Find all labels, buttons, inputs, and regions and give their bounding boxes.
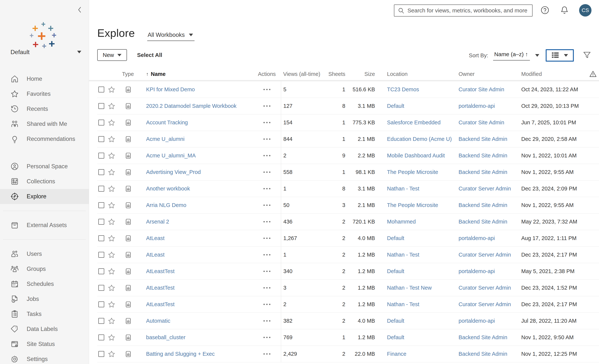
workbook-name-link[interactable]: Batting and Slugging + Exec (140, 351, 215, 357)
location-link[interactable]: Nathan - Test New (387, 285, 432, 291)
favorite-star-icon[interactable] (108, 263, 122, 279)
favorite-star-icon[interactable] (108, 230, 122, 246)
favorite-star-icon[interactable] (108, 164, 122, 180)
favorite-star-icon[interactable] (108, 197, 122, 213)
owner-link[interactable]: portaldemo-api (458, 318, 495, 324)
sidebar-item-groups[interactable]: Groups (0, 261, 89, 276)
owner-link[interactable]: Curator Server Admin (458, 252, 511, 258)
location-link[interactable]: Default (387, 268, 404, 275)
sidebar-item-tasks[interactable]: Tasks (0, 307, 89, 321)
row-checkbox[interactable] (98, 103, 104, 109)
sidebar-item-jobs[interactable]: Jobs (0, 292, 89, 307)
workbook-name-link[interactable]: Another workbook (140, 186, 190, 192)
sort-dropdown[interactable]: Name (a–z) ↑ (493, 50, 530, 61)
location-link[interactable]: Salesforce Embedded (387, 119, 440, 126)
view-mode-toggle[interactable] (546, 49, 574, 62)
owner-link[interactable]: Backend Site Admin (458, 152, 507, 159)
row-actions-menu[interactable] (253, 180, 281, 197)
row-checkbox[interactable] (98, 169, 104, 175)
owner-link[interactable]: Backend Site Admin (458, 136, 507, 142)
row-checkbox[interactable] (98, 252, 104, 258)
new-button[interactable]: New (97, 49, 127, 61)
owner-link[interactable]: portaldemo-api (458, 268, 495, 275)
location-link[interactable]: Default (387, 318, 404, 324)
owner-link[interactable]: Backend Site Admin (458, 169, 507, 175)
favorite-star-icon[interactable] (108, 180, 122, 197)
row-checkbox[interactable] (98, 120, 104, 125)
workbook-name-link[interactable]: Arria NLG Demo (140, 202, 186, 208)
sidebar-item-recommendations[interactable]: Recommendations (0, 132, 89, 147)
row-actions-menu[interactable] (253, 329, 281, 346)
owner-link[interactable]: Curator Site Admin (458, 119, 504, 126)
sidebar-item-data-labels[interactable]: Data Labels (0, 321, 89, 337)
row-checkbox[interactable] (98, 318, 104, 324)
location-link[interactable]: The People Microsite (387, 169, 438, 175)
favorite-star-icon[interactable] (108, 147, 122, 164)
column-header-owner[interactable]: Owner (458, 68, 521, 80)
select-all-button[interactable]: Select All (137, 52, 162, 58)
workbook-name-link[interactable]: AtLeastTest (140, 301, 175, 307)
owner-link[interactable]: Curator Site Admin (458, 86, 504, 93)
column-header-type[interactable]: Type (122, 68, 140, 80)
sidebar-item-schedules[interactable]: Schedules (0, 276, 89, 292)
owner-link[interactable]: portaldemo-api (458, 235, 495, 241)
site-selector[interactable]: Default (10, 47, 81, 57)
workbook-name-link[interactable]: AtLeast (140, 235, 165, 241)
sidebar-item-users[interactable]: Users (0, 246, 89, 261)
row-actions-menu[interactable] (253, 230, 281, 246)
favorite-star-icon[interactable] (108, 98, 122, 114)
owner-link[interactable]: Backend Site Admin (458, 351, 507, 357)
workbook-name-link[interactable]: Automatic (140, 318, 170, 324)
owner-link[interactable]: Backend Site Admin (458, 219, 507, 225)
row-checkbox[interactable] (98, 87, 104, 92)
location-link[interactable]: Mobile Dashboard Audit (387, 152, 445, 159)
favorite-star-icon[interactable] (108, 81, 122, 98)
workbook-name-link[interactable]: Advertising View_Prod (140, 169, 201, 175)
location-link[interactable]: TC23 Demos (387, 86, 419, 93)
favorite-star-icon[interactable] (108, 329, 122, 346)
row-actions-menu[interactable] (253, 296, 281, 312)
owner-link[interactable]: Curator Server Admin (458, 285, 511, 291)
content-scope-dropdown[interactable]: All Workbooks (147, 32, 194, 41)
favorite-star-icon[interactable] (108, 213, 122, 230)
row-checkbox[interactable] (98, 136, 104, 142)
row-actions-menu[interactable] (253, 313, 281, 329)
column-header-sheets[interactable]: Sheets (319, 68, 346, 80)
row-checkbox[interactable] (98, 153, 104, 159)
favorite-star-icon[interactable] (108, 280, 122, 296)
column-header-modified[interactable]: Modified (521, 68, 587, 80)
row-checkbox[interactable] (98, 335, 104, 340)
workbook-name-link[interactable]: Acme U_alumni (140, 136, 185, 142)
workbook-name-link[interactable]: baseball_cluster (140, 334, 185, 340)
favorite-star-icon[interactable] (108, 247, 122, 263)
column-header-location[interactable]: Location (377, 68, 458, 80)
favorite-star-icon[interactable] (108, 114, 122, 131)
data-quality-warning-icon[interactable] (587, 68, 599, 80)
favorite-star-icon[interactable] (108, 296, 122, 312)
location-link[interactable]: Default (387, 103, 404, 109)
location-link[interactable]: Education Demo (Acme U) (387, 136, 452, 142)
sidebar-item-recents[interactable]: Recents (0, 101, 89, 116)
workbook-name-link[interactable]: AtLeastTest (140, 268, 175, 275)
column-header-size[interactable]: Size (346, 68, 377, 80)
row-checkbox[interactable] (98, 202, 104, 208)
workbook-name-link[interactable]: AtLeastTest (140, 285, 175, 291)
row-actions-menu[interactable] (253, 263, 281, 279)
row-checkbox[interactable] (98, 219, 104, 225)
favorite-star-icon[interactable] (108, 131, 122, 147)
filter-icon[interactable] (582, 51, 591, 60)
location-link[interactable]: Finance (387, 351, 406, 357)
favorite-star-icon[interactable] (108, 346, 122, 362)
sidebar-item-settings[interactable]: Settings (0, 352, 89, 364)
sidebar-item-favorites[interactable]: Favorites (0, 86, 89, 101)
workbook-name-link[interactable]: AtLeast (140, 252, 165, 258)
row-checkbox[interactable] (98, 186, 104, 192)
location-link[interactable]: Nathan - Test (387, 252, 419, 258)
owner-link[interactable]: portaldemo-api (458, 103, 495, 109)
chevron-down-icon[interactable] (535, 54, 539, 57)
row-checkbox[interactable] (98, 351, 104, 357)
location-link[interactable]: The People Microsite (387, 202, 438, 208)
row-actions-menu[interactable] (253, 346, 281, 362)
location-link[interactable]: Mohammed (387, 219, 416, 225)
row-actions-menu[interactable] (253, 197, 281, 213)
